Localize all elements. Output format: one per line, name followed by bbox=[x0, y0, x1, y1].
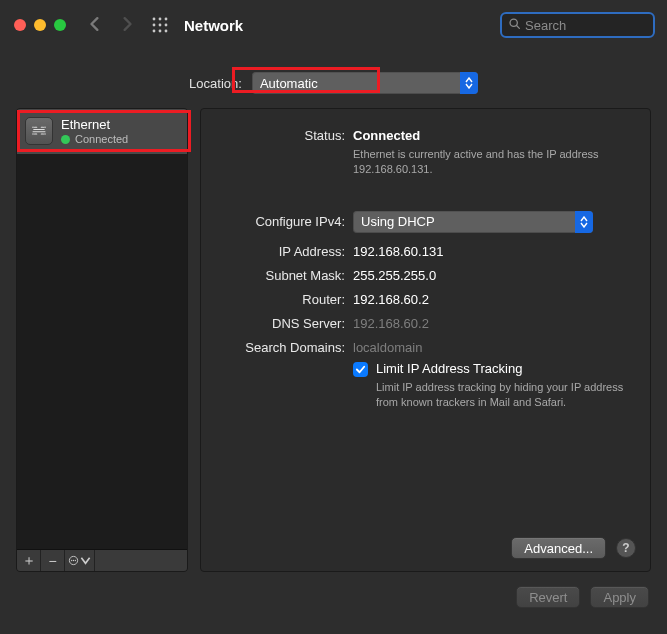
router-label: Router: bbox=[215, 289, 353, 307]
nav-arrows bbox=[88, 17, 134, 34]
services-list[interactable]: Ethernet Connected bbox=[17, 109, 187, 549]
window-controls bbox=[14, 19, 66, 31]
show-all-prefs-button[interactable] bbox=[152, 17, 168, 33]
location-label: Location: bbox=[189, 76, 242, 91]
svg-point-1 bbox=[159, 18, 162, 21]
revert-button[interactable]: Revert bbox=[516, 586, 580, 608]
close-window-button[interactable] bbox=[14, 19, 26, 31]
service-actions-button[interactable] bbox=[65, 550, 95, 572]
limit-ip-tracking-label: Limit IP Address Tracking bbox=[376, 361, 636, 376]
svg-point-5 bbox=[165, 24, 168, 27]
minus-icon: − bbox=[48, 553, 56, 569]
services-sidebar: Ethernet Connected ＋ − bbox=[16, 108, 188, 572]
question-icon: ? bbox=[622, 541, 629, 555]
status-note: Ethernet is currently active and has the… bbox=[353, 147, 623, 177]
status-dot-icon bbox=[61, 135, 70, 144]
service-item-ethernet[interactable]: Ethernet Connected bbox=[17, 109, 187, 155]
services-toolbar: ＋ − bbox=[17, 549, 187, 571]
ellipsis-circle-icon bbox=[68, 553, 79, 569]
configure-ipv4-popup[interactable]: Using DHCP bbox=[353, 211, 593, 233]
chevron-down-icon bbox=[80, 553, 91, 569]
location-popup[interactable]: Automatic bbox=[252, 72, 478, 94]
detail-panel: Status: Connected Ethernet is currently … bbox=[200, 108, 651, 572]
svg-point-8 bbox=[165, 30, 168, 33]
svg-point-7 bbox=[159, 30, 162, 33]
svg-point-13 bbox=[32, 134, 34, 136]
search-icon bbox=[508, 17, 525, 33]
advanced-button-label: Advanced... bbox=[524, 541, 593, 556]
add-service-button[interactable]: ＋ bbox=[17, 550, 41, 572]
svg-point-12 bbox=[44, 127, 46, 129]
search-domains-label: Search Domains: bbox=[215, 337, 353, 355]
apply-button-label: Apply bbox=[603, 590, 636, 605]
advanced-button[interactable]: Advanced... bbox=[511, 537, 606, 559]
chevron-up-down-icon bbox=[575, 211, 593, 233]
svg-line-10 bbox=[517, 26, 520, 29]
subnet-mask-value: 255.255.255.0 bbox=[353, 265, 636, 283]
location-value: Automatic bbox=[260, 76, 318, 91]
remove-service-button[interactable]: − bbox=[41, 550, 65, 572]
plus-icon: ＋ bbox=[22, 552, 36, 570]
ip-address-value: 192.168.60.131 bbox=[353, 241, 636, 259]
search-field[interactable] bbox=[500, 12, 655, 38]
svg-point-18 bbox=[75, 560, 76, 561]
apply-button[interactable]: Apply bbox=[590, 586, 649, 608]
checkbox-checked-icon bbox=[353, 362, 368, 377]
dns-server-value: 192.168.60.2 bbox=[353, 313, 636, 331]
main-content: Ethernet Connected ＋ − bbox=[0, 108, 667, 572]
svg-point-3 bbox=[153, 24, 156, 27]
chevron-up-down-icon bbox=[460, 72, 478, 94]
status-value: Connected bbox=[353, 128, 636, 143]
search-input[interactable] bbox=[525, 18, 667, 33]
configure-ipv4-label: Configure IPv4: bbox=[215, 211, 353, 229]
dialog-footer: Revert Apply bbox=[0, 572, 667, 608]
svg-point-14 bbox=[44, 134, 46, 136]
network-prefpane-window: Network Location: Automatic bbox=[0, 0, 667, 634]
svg-point-11 bbox=[32, 127, 34, 129]
svg-point-0 bbox=[153, 18, 156, 21]
svg-point-6 bbox=[153, 30, 156, 33]
subnet-mask-label: Subnet Mask: bbox=[215, 265, 353, 283]
router-value: 192.168.60.2 bbox=[353, 289, 636, 307]
back-button[interactable] bbox=[88, 17, 102, 34]
minimize-window-button[interactable] bbox=[34, 19, 46, 31]
zoom-window-button[interactable] bbox=[54, 19, 66, 31]
location-row: Location: Automatic bbox=[0, 50, 667, 108]
titlebar: Network bbox=[0, 0, 667, 50]
service-name: Ethernet bbox=[61, 117, 128, 133]
revert-button-label: Revert bbox=[529, 590, 567, 605]
help-button[interactable]: ? bbox=[616, 538, 636, 558]
limit-ip-tracking-checkbox[interactable]: Limit IP Address Tracking Limit IP addre… bbox=[353, 361, 636, 410]
svg-point-2 bbox=[165, 18, 168, 21]
limit-ip-tracking-note: Limit IP address tracking by hiding your… bbox=[376, 380, 636, 410]
service-text: Ethernet Connected bbox=[61, 117, 128, 146]
search-domains-value: localdomain bbox=[353, 337, 636, 355]
status-label: Status: bbox=[215, 125, 353, 143]
service-status: Connected bbox=[75, 133, 128, 146]
svg-point-17 bbox=[73, 560, 74, 561]
ip-address-label: IP Address: bbox=[215, 241, 353, 259]
svg-point-4 bbox=[159, 24, 162, 27]
window-title: Network bbox=[184, 17, 243, 34]
dns-server-label: DNS Server: bbox=[215, 313, 353, 331]
svg-point-16 bbox=[71, 560, 72, 561]
configure-ipv4-value: Using DHCP bbox=[361, 214, 435, 229]
ethernet-icon bbox=[25, 117, 53, 145]
forward-button[interactable] bbox=[120, 17, 134, 34]
